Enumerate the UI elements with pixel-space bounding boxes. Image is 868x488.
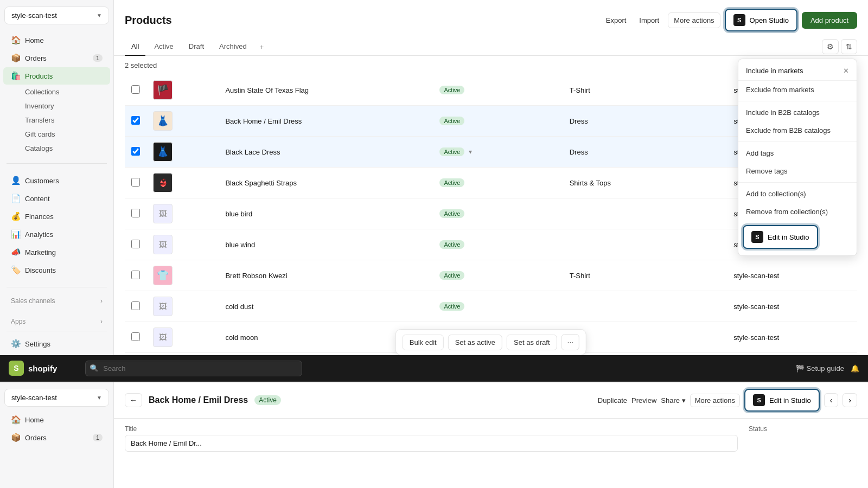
sidebar-item-content[interactable]: 📄 Content: [3, 190, 110, 207]
sidebar-item-label: Marketing: [25, 248, 56, 256]
more-actions-button[interactable]: More actions: [668, 12, 720, 28]
store-selector[interactable]: style-scan-test ▼: [4, 7, 109, 24]
chevron-down-icon: ▾: [682, 396, 686, 404]
more-actions-detail-button[interactable]: More actions: [690, 394, 740, 407]
category: Dress: [570, 117, 588, 125]
sales-channels-label[interactable]: Sales channels ›: [3, 293, 110, 307]
bulk-more-button[interactable]: ···: [561, 334, 580, 350]
dropdown-item-add-tags[interactable]: Add tags: [738, 144, 857, 162]
sidebar-item-orders[interactable]: 📦 Orders 1: [3, 49, 110, 67]
dropdown-item-remove-tags[interactable]: Remove tags: [738, 162, 857, 180]
nav-divider-3: [7, 331, 107, 331]
close-icon[interactable]: ✕: [843, 67, 849, 75]
detail-actions: Duplicate Preview Share ▾ More actions S: [598, 389, 857, 412]
product-name[interactable]: blue wind: [225, 241, 255, 249]
bottom-sidebar-home[interactable]: 🏠 Home: [3, 411, 110, 428]
row-checkbox[interactable]: [131, 271, 140, 279]
sidebar-item-discounts[interactable]: 🏷️ Discounts: [3, 261, 110, 279]
row-checkbox[interactable]: [131, 85, 140, 94]
row-checkbox[interactable]: [131, 332, 140, 341]
product-name[interactable]: Black Lace Dress: [225, 148, 280, 156]
setup-guide-button[interactable]: 🏁 Setup guide: [796, 364, 844, 373]
share-button[interactable]: Share ▾: [661, 396, 685, 404]
sidebar-item-home[interactable]: 🏠 Home: [3, 31, 110, 49]
customers-icon: 👤: [11, 176, 21, 185]
product-name[interactable]: Brett Robson Kwezi: [225, 272, 287, 280]
shopify-search-wrapper: 🔍: [85, 361, 302, 376]
chevron-right-icon: ›: [100, 297, 103, 305]
row-checkbox[interactable]: [131, 147, 140, 156]
sidebar-item-transfers[interactable]: Transfers: [3, 113, 110, 127]
row-checkbox[interactable]: [131, 178, 140, 187]
shopify-search-input[interactable]: [85, 361, 302, 376]
sort-button[interactable]: ⇅: [841, 39, 857, 54]
tab-active[interactable]: Active: [148, 38, 180, 56]
category: T-Shirt: [570, 86, 590, 94]
bottom-sidebar-orders[interactable]: 📦 Orders 1: [3, 429, 110, 446]
bulk-edit-button[interactable]: Bulk edit: [403, 335, 444, 350]
tab-all[interactable]: All: [125, 38, 145, 56]
sidebar-item-customers[interactable]: 👤 Customers: [3, 172, 110, 189]
open-studio-button[interactable]: S Open Studio: [725, 9, 797, 31]
dropdown-item-exclude-b2b[interactable]: Exclude from B2B catalogs: [738, 121, 857, 139]
main-nav: 🏠 Home 📦 Orders 1 🛍️ Products Collection…: [0, 27, 113, 160]
tab-draft[interactable]: Draft: [182, 38, 210, 56]
dropdown-divider: [738, 101, 857, 101]
set-active-button[interactable]: Set as active: [448, 335, 502, 350]
preview-button[interactable]: Preview: [631, 396, 656, 404]
dropdown-item-add-collection[interactable]: Add to collection(s): [738, 185, 857, 203]
store-selector-bottom[interactable]: style-scan-test ▼: [4, 389, 109, 407]
sidebar-item-inventory[interactable]: Inventory: [3, 99, 110, 113]
export-button[interactable]: Export: [602, 13, 631, 28]
product-name[interactable]: Black Spaghetti Straps: [225, 179, 297, 187]
status-badge: Active: [439, 271, 464, 280]
product-name[interactable]: cold moon: [225, 333, 258, 342]
sidebar-item-collections[interactable]: Collections: [3, 85, 110, 99]
search-icon: 🔍: [91, 364, 99, 372]
add-product-button[interactable]: Add product: [802, 12, 857, 29]
import-button[interactable]: Import: [635, 13, 663, 28]
product-name[interactable]: cold dust: [225, 303, 253, 311]
analytics-icon: 📊: [11, 229, 21, 239]
tab-archived[interactable]: Archived: [213, 38, 253, 56]
dropdown-item-exclude-markets[interactable]: Exclude from markets: [738, 81, 857, 99]
set-draft-button[interactable]: Set as draft: [507, 335, 557, 350]
header-actions: Export Import More actions S Open Studio…: [602, 9, 857, 31]
next-product-button[interactable]: ›: [843, 393, 857, 407]
title-input[interactable]: [125, 435, 738, 452]
product-name[interactable]: Austin State Of Texas Flag: [225, 86, 309, 94]
product-name[interactable]: blue bird: [225, 210, 252, 218]
sidebar-item-analytics[interactable]: 📊 Analytics: [3, 226, 110, 243]
status-dropdown-arrow[interactable]: ▾: [469, 148, 472, 156]
edit-in-studio-bottom-button[interactable]: S Edit in Studio: [744, 389, 820, 412]
row-checkbox[interactable]: [131, 301, 140, 310]
sidebar-item-catalogs[interactable]: Catalogs: [3, 142, 110, 155]
dropdown-item-remove-collection[interactable]: Remove from collection(s): [738, 203, 857, 221]
shopify-bar: S shopify 🔍 🏁 Setup guide 🔔: [0, 355, 868, 381]
sidebar-item-settings[interactable]: ⚙️ Settings: [3, 335, 110, 352]
filter-button[interactable]: ⚙: [822, 39, 839, 54]
notifications-button[interactable]: 🔔: [851, 364, 859, 373]
row-checkbox[interactable]: [131, 209, 140, 217]
home-icon: 🏠: [11, 35, 21, 45]
back-button[interactable]: ←: [125, 393, 142, 407]
transfers-label: Transfers: [25, 116, 54, 124]
sidebar-item-products[interactable]: 🛍️ Products: [3, 67, 110, 85]
add-tab-button[interactable]: +: [256, 38, 269, 55]
dropdown-item-include-b2b[interactable]: Include in B2B catalogs: [738, 104, 857, 121]
sidebar-item-finances[interactable]: 💰 Finances: [3, 208, 110, 225]
row-checkbox[interactable]: [131, 116, 140, 125]
row-checkbox[interactable]: [131, 240, 140, 248]
sidebar-item-gift-cards[interactable]: Gift cards: [3, 127, 110, 141]
shopify-actions: 🏁 Setup guide 🔔: [796, 364, 859, 373]
prev-product-button[interactable]: ‹: [824, 393, 839, 407]
duplicate-button[interactable]: Duplicate: [598, 396, 627, 404]
sidebar-item-marketing[interactable]: 📣 Marketing: [3, 243, 110, 261]
bottom-section: style-scan-test ▼ 🏠 Home 📦 Orders 1 ← Ba…: [0, 381, 868, 488]
product-image: 🖼: [153, 204, 173, 223]
sidebar-item-label: Home: [25, 416, 44, 424]
product-name[interactable]: Back Home / Emil Dress: [225, 117, 302, 125]
edit-in-studio-button[interactable]: S Edit in Studio: [743, 225, 818, 249]
product-image: 👗: [153, 111, 173, 131]
apps-label[interactable]: Apps ›: [3, 313, 110, 328]
